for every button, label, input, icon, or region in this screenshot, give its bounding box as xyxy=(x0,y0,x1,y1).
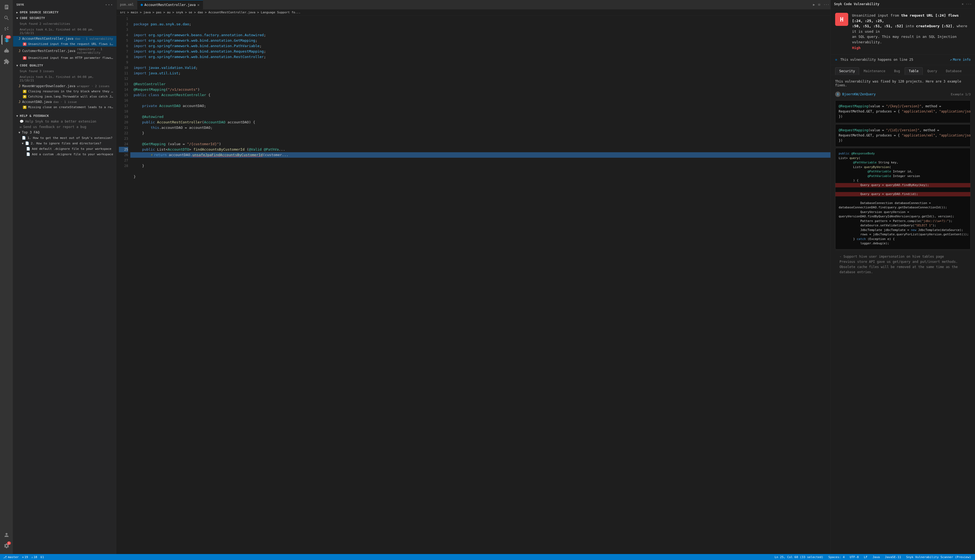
tab-database[interactable]: Database xyxy=(942,67,966,75)
line-numbers: 12345 678910 1112131415 1617181920 21222… xyxy=(117,15,130,554)
severity-badge-m1: M xyxy=(23,90,27,93)
severity-badge-m3: M xyxy=(23,106,27,109)
code-editor[interactable]: 12345 678910 1112131415 1617181920 21222… xyxy=(117,15,831,554)
snyk-panel: Snyk Code Vulnerability × ··· H Unsaniti… xyxy=(831,0,975,554)
tab-pom-xml[interactable]: pom.xml xyxy=(117,0,137,10)
tab-query[interactable]: Query xyxy=(923,67,941,75)
chevron-down-icon5: ▼ xyxy=(22,142,23,145)
code-content[interactable]: package pas.au.snyk.se.dao; import org.s… xyxy=(130,15,831,554)
author-info: B BjoernKW/ZenQuery xyxy=(835,92,876,97)
file-customer-rest-controller[interactable]: J CustomerRestController.java repository… xyxy=(13,47,116,55)
faq-item2[interactable]: ▼ 📄 2. How to ignore files and directori… xyxy=(13,140,116,146)
activity-search[interactable] xyxy=(2,13,12,23)
warning-num: 18 xyxy=(33,555,37,559)
help-item-extension[interactable]: 💬 Help Snyk to make a better extension xyxy=(13,119,116,124)
section-code-security-label: CODE SECURITY xyxy=(20,16,45,20)
run-icon[interactable]: ▶ xyxy=(812,2,816,7)
faq-item1[interactable]: 📄 1. How to get the most out of Snyk's e… xyxy=(13,135,116,140)
breadcrumb-text: src > main > java > pas > au > snyk > se… xyxy=(120,11,301,14)
quality-text-maven2: Catching java.lang.Throwable will also c… xyxy=(28,95,113,98)
git-branch[interactable]: ⎇ master xyxy=(2,555,20,559)
tab-security[interactable]: Security xyxy=(835,67,859,75)
activity-snyk[interactable]: 19 xyxy=(2,35,12,45)
warning-count[interactable]: ⚠ 18 xyxy=(30,555,38,559)
panel-close-button[interactable]: × xyxy=(962,2,963,6)
vuln-severity-icon: H xyxy=(835,13,848,26)
editor-area: pom.xml AccountRestController.java × ▶ ⊟… xyxy=(117,0,831,554)
activity-scm[interactable] xyxy=(2,24,12,34)
file-name4: AccountDAO.java xyxy=(22,100,52,104)
chevron-down-icon: ▼ xyxy=(16,17,18,20)
code-quality-info: Snyk found 3 issues xyxy=(13,68,116,74)
java-file-icon: J xyxy=(18,37,20,41)
toolbar-icons: ▶ ⊟ ··· xyxy=(812,2,831,7)
doc-icon4: 📄 xyxy=(26,152,30,156)
vuln-item-account[interactable]: H Unsanitized input from the request URL… xyxy=(13,42,116,47)
external-link-icon: ↗ xyxy=(950,58,952,62)
activity-account[interactable] xyxy=(2,530,12,540)
spaces[interactable]: Spaces: 4 xyxy=(827,555,846,559)
code-block-1: @RequestMapping(value = "/{key}/{version… xyxy=(835,100,971,123)
help-item-feedback[interactable]: ✉ Send us feedback or report a bug xyxy=(13,124,116,130)
fix-author: B BjoernKW/ZenQuery Example 1/3 xyxy=(835,92,971,97)
faq-subtext2: Add a custom .dcignore file to your work… xyxy=(32,153,113,156)
settings-badge: 1 xyxy=(7,542,11,545)
help-text2: Send us feedback or report a bug xyxy=(23,125,86,129)
line-col[interactable]: Ln 25, Col 60 (33 selected) xyxy=(773,555,825,559)
java-version[interactable]: JavaSE-11 xyxy=(883,555,903,559)
file-account-dao[interactable]: J AccountDAO.java dao · 1 issue xyxy=(13,99,116,105)
chevron-down-icon4: ▼ xyxy=(18,131,20,134)
file-account-rest-controller[interactable]: J AccountRestController.java dao · 1 vul… xyxy=(13,36,116,42)
status-bar: ⎇ master ✕ 19 ⚠ 18 ℹ 1 Ln 25, Col 60 (33… xyxy=(0,554,975,560)
section-help[interactable]: ▼ HELP & FEEDBACK xyxy=(13,113,116,119)
encoding[interactable]: UTF-8 xyxy=(848,555,861,559)
split-editor-icon[interactable]: ⊟ xyxy=(817,2,821,7)
vuln-line-info: ≡ This vulnerability happens on line 25 … xyxy=(831,55,975,65)
main-content: pom.xml AccountRestController.java × ▶ ⊟… xyxy=(117,0,831,554)
section-code-security[interactable]: ▼ CODE SECURITY xyxy=(13,15,116,21)
section-code-quality-label: CODE QUALITY xyxy=(20,64,43,67)
vuln-item-customer[interactable]: H Unsanitized input from an HTTP paramet… xyxy=(13,55,116,60)
doc-icon1: 📄 xyxy=(22,136,26,140)
language[interactable]: Java xyxy=(871,555,881,559)
activity-extensions[interactable] xyxy=(2,57,12,67)
quality-item-dao[interactable]: M Missing close on createStatement leads… xyxy=(13,105,116,110)
file-name2: CustomerRestController.java xyxy=(22,49,75,53)
section-open-source[interactable]: ▶ OPEN SOURCE SECURITY xyxy=(13,10,116,15)
doc-icon2: 📄 xyxy=(25,142,29,145)
code-block-3: public @ResponseBody List> query( @PathV… xyxy=(835,148,971,250)
error-count[interactable]: ✕ 19 xyxy=(21,555,29,559)
info-count[interactable]: ℹ 1 xyxy=(40,555,45,559)
sidebar-menu[interactable]: ··· xyxy=(105,2,113,7)
line-ending[interactable]: LF xyxy=(862,555,869,559)
section-code-quality[interactable]: ▼ CODE QUALITY xyxy=(13,63,116,68)
faq-header[interactable]: ▼ Top 3 FAQ xyxy=(13,130,116,135)
faq-subitem2[interactable]: 📄 Add a custom .dcignore file to your wo… xyxy=(13,152,116,157)
tab-close-button[interactable]: × xyxy=(197,3,199,7)
bottom-note-3: Obsolete cache files will be removed at … xyxy=(840,265,966,275)
warning-icon: ⚠ xyxy=(31,555,33,559)
tab-bug[interactable]: Bug xyxy=(890,67,904,75)
more-info-link[interactable]: ↗ More info xyxy=(950,58,971,62)
tab-maintenance[interactable]: Maintenance xyxy=(860,67,890,75)
java-file-icon3: J xyxy=(18,84,20,88)
activity-explorer[interactable] xyxy=(2,2,12,12)
status-right: Ln 25, Col 60 (33 selected) Spaces: 4 UT… xyxy=(773,555,973,559)
panel-more-button[interactable]: ··· xyxy=(966,2,972,6)
severity-badge-h2: H xyxy=(23,57,27,60)
quality-item-maven1[interactable]: M Closing resources in the try block whe… xyxy=(13,89,116,94)
tab-table[interactable]: Table xyxy=(905,67,923,75)
faq-subitem1[interactable]: 📄 Add default .dcignore file to your wor… xyxy=(13,146,116,152)
severity-badge-h: H xyxy=(23,42,27,46)
faq-label: Top 3 FAQ xyxy=(22,130,40,134)
tab-account-rest-controller[interactable]: AccountRestController.java × xyxy=(137,0,203,10)
branch-name: master xyxy=(8,555,19,559)
file-maven-wrapper[interactable]: J MavenWrapperDownloader.java wrapper · … xyxy=(13,83,116,89)
quality-text-dao: Missing close on createStatement leads t… xyxy=(28,105,113,109)
more-actions-icon[interactable]: ··· xyxy=(822,2,831,7)
quality-item-maven2[interactable]: M Catching java.lang.Throwable will also… xyxy=(13,94,116,99)
chevron-down-icon3: ▼ xyxy=(16,114,18,117)
activity-settings[interactable]: 1 xyxy=(2,541,12,551)
panel-actions: × ··· xyxy=(962,2,972,6)
activity-debug[interactable] xyxy=(2,46,12,55)
